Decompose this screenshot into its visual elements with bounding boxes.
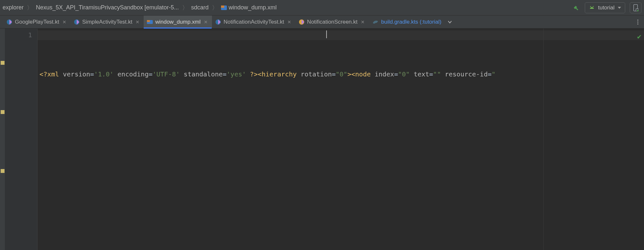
tab-label: GooglePlayTest.kt [15, 19, 59, 25]
xml-file-icon [147, 19, 153, 25]
xml-attr: standalone [184, 70, 223, 78]
tab-label: NotificationScreen.kt [307, 19, 358, 25]
xml-pi-name: xml [47, 70, 59, 78]
gradle-file-icon [372, 19, 379, 25]
tabs-more-button[interactable] [633, 16, 643, 28]
tab-label: window_dump.xml [155, 19, 201, 25]
svg-point-16 [637, 19, 638, 20]
gutter-marker[interactable] [1, 61, 5, 65]
svg-rect-2 [576, 8, 578, 10]
code-editor[interactable]: <?xml version='1.0' encoding='UTF-8' sta… [38, 28, 644, 250]
xml-eq: = [488, 70, 492, 78]
current-line-highlight [38, 30, 644, 40]
toolbar-right: tutorial [572, 2, 641, 13]
xml-attr: encoding [117, 70, 149, 78]
tab-build-gradle[interactable]: build.gradle.kts (:tutorial) [369, 16, 445, 28]
line-number-gutter: 1 [5, 28, 38, 250]
tab-notificationscreen[interactable]: NotificationScreen.kt ✕ [295, 16, 369, 28]
left-side-gutter [0, 28, 5, 250]
tab-simpleactivitytest[interactable]: SimpleActivityTest.kt ✕ [71, 16, 144, 28]
svg-line-6 [593, 6, 594, 7]
editor-area: 1 <?xml version='1.0' encoding='UTF-8' s… [0, 28, 644, 250]
code-line: <?xml version='1.0' encoding='UTF-8' sta… [39, 69, 644, 79]
xml-eq: = [394, 70, 398, 78]
text-caret [326, 30, 327, 38]
kotlin-file-icon [299, 19, 305, 25]
kotlin-file-icon [6, 19, 12, 25]
breadcrumb-item-explorer[interactable]: explorer [3, 4, 24, 11]
gutter-marker[interactable] [1, 169, 5, 173]
svg-rect-1 [221, 6, 224, 8]
xml-pi-open: <? [39, 70, 47, 78]
tab-googleplaytest[interactable]: GooglePlayTest.kt ✕ [3, 16, 71, 28]
xml-string: " [492, 70, 495, 78]
build-hammer-icon[interactable] [572, 4, 580, 12]
xml-eq: = [332, 70, 336, 78]
svg-rect-13 [147, 20, 150, 22]
breadcrumb-item-file[interactable]: window_dump.xml [221, 4, 277, 11]
svg-point-3 [591, 7, 591, 8]
xml-string: "0" [336, 70, 347, 78]
xml-string: '1.0' [94, 70, 114, 78]
xml-attr: rotation [301, 70, 332, 78]
close-icon[interactable]: ✕ [135, 19, 140, 25]
chevron-right-icon: 〉 [210, 4, 220, 12]
xml-attr: version [63, 70, 90, 78]
xml-eq: = [429, 70, 433, 78]
xml-string: "" [433, 70, 441, 78]
svg-point-18 [637, 23, 638, 24]
svg-point-4 [593, 7, 593, 8]
breadcrumb: explorer 〉 Nexus_5X_API_TiramisuPrivacyS… [3, 4, 277, 12]
tab-notificationactivitytest[interactable]: NotificationActivityTest.kt ✕ [212, 16, 295, 28]
right-margin-guide [543, 28, 544, 250]
xml-string: "0" [398, 70, 410, 78]
breadcrumb-item-sdcard[interactable]: sdcard [191, 4, 209, 11]
breadcrumb-item-device[interactable]: Nexus_5X_API_TiramisuPrivacySandbox [emu… [36, 4, 179, 11]
tabs-overflow-button[interactable] [445, 16, 455, 28]
chevron-right-icon: 〉 [25, 4, 35, 12]
main-toolbar: explorer 〉 Nexus_5X_API_TiramisuPrivacyS… [0, 0, 644, 16]
chevron-right-icon: 〉 [180, 4, 190, 12]
xml-attr: index [375, 70, 394, 78]
xml-attr: resource-id [445, 70, 488, 78]
close-icon[interactable]: ✕ [287, 19, 292, 25]
tab-label: SimpleActivityTest.kt [82, 19, 132, 25]
run-configuration-selector[interactable]: tutorial [585, 2, 625, 13]
breadcrumb-file-label: window_dump.xml [229, 4, 277, 11]
svg-line-5 [590, 6, 591, 7]
run-configuration-label: tutorial [598, 5, 615, 11]
tab-label: NotificationActivityTest.kt [224, 19, 284, 25]
close-icon[interactable]: ✕ [360, 19, 365, 25]
tab-label: build.gradle.kts (:tutorial) [381, 19, 441, 25]
xml-pi-close: ?> [250, 70, 258, 78]
kotlin-file-icon [215, 19, 221, 25]
editor-tabstrip: GooglePlayTest.kt ✕ SimpleActivityTest.k… [0, 16, 644, 28]
android-icon [589, 5, 595, 11]
xml-tag-close: > [347, 70, 351, 78]
xml-tag: <hierarchy [258, 70, 296, 78]
kotlin-file-icon [74, 19, 80, 25]
xml-eq: = [149, 70, 152, 78]
close-icon[interactable]: ✕ [62, 19, 67, 25]
xml-string: 'UTF-8' [152, 70, 180, 78]
xml-tag: <node [351, 70, 371, 78]
select-device-button[interactable] [630, 2, 641, 13]
svg-point-17 [637, 21, 638, 22]
side-markers [0, 28, 5, 173]
xml-attr: text [414, 70, 429, 78]
xml-string: 'yes' [227, 70, 246, 78]
xml-eq: = [90, 70, 94, 78]
line-number: 1 [5, 31, 32, 39]
close-icon[interactable]: ✕ [203, 19, 208, 25]
chevron-down-icon [618, 7, 621, 9]
inspection-ok-icon[interactable]: ✔ [637, 32, 641, 41]
xml-file-icon [221, 5, 227, 11]
tab-window-dump[interactable]: window_dump.xml ✕ [144, 16, 212, 28]
xml-eq: = [223, 70, 227, 78]
gutter-marker[interactable] [1, 110, 5, 114]
